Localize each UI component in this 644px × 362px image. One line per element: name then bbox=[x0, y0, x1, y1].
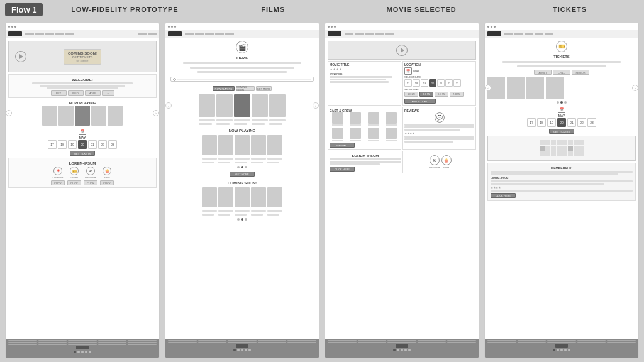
date-cell-selected[interactable]: 20 bbox=[429, 79, 436, 87]
date-cell[interactable]: 22 bbox=[445, 79, 453, 87]
date-cell[interactable]: 19 bbox=[547, 118, 556, 127]
date-cell[interactable]: 23 bbox=[108, 140, 117, 149]
footer-col bbox=[607, 340, 636, 343]
date-cell[interactable]: 17 bbox=[404, 79, 412, 87]
get-more-btn[interactable]: GET MORE bbox=[230, 172, 255, 177]
seat[interactable] bbox=[574, 146, 579, 151]
date-cell[interactable]: 23 bbox=[453, 79, 461, 87]
footer-line bbox=[228, 342, 257, 343]
seat[interactable] bbox=[574, 151, 579, 156]
ticket-type-buttons: ADULT CHILD SENIOR bbox=[487, 70, 636, 75]
icon-btn[interactable]: CLICK bbox=[100, 180, 114, 185]
ticket-btn-3[interactable]: SENIOR bbox=[572, 70, 589, 75]
date-cell[interactable]: 18 bbox=[58, 140, 67, 149]
time-btn-3[interactable]: 6:15 PM bbox=[435, 92, 448, 97]
search-input-2 bbox=[177, 79, 311, 80]
arrow-right-2[interactable]: › bbox=[313, 102, 319, 109]
view-all-cast-btn[interactable]: VIEW ALL bbox=[330, 143, 355, 148]
lorem-line bbox=[330, 161, 401, 163]
seat[interactable] bbox=[562, 151, 567, 156]
date-cell[interactable]: 22 bbox=[577, 118, 586, 127]
play-button-3[interactable] bbox=[396, 45, 408, 56]
footer-col bbox=[487, 340, 516, 343]
time-btn-4[interactable]: 7:30 PM bbox=[450, 92, 464, 97]
ticket-btn-1[interactable]: ADULT bbox=[534, 70, 552, 75]
time-btn-1[interactable]: 1:00 AM bbox=[404, 92, 418, 97]
seat[interactable] bbox=[562, 140, 567, 145]
seat[interactable] bbox=[551, 140, 556, 145]
seat[interactable] bbox=[540, 151, 545, 156]
seat[interactable] bbox=[557, 151, 562, 156]
seat[interactable] bbox=[568, 151, 573, 156]
btn-1[interactable]: BUY bbox=[51, 90, 67, 96]
dot bbox=[557, 101, 559, 104]
add-to-cart-btn[interactable]: ADD TO CART bbox=[404, 99, 436, 104]
membership-btn[interactable]: CLICK HERE bbox=[491, 193, 516, 198]
filter-btn-1[interactable]: NOW PLAYING bbox=[213, 86, 235, 91]
film-title-line bbox=[235, 158, 250, 160]
btn-2[interactable]: INFO bbox=[68, 90, 84, 96]
time-btn-2[interactable]: 3:00 PM bbox=[419, 92, 433, 97]
film-title-line bbox=[251, 162, 263, 163]
seat[interactable] bbox=[540, 140, 545, 145]
date-cell[interactable]: 21 bbox=[88, 140, 97, 149]
seat[interactable] bbox=[562, 146, 567, 151]
ticket-btn-2[interactable]: CHILD bbox=[553, 70, 570, 75]
now-playing-title-2: NOW PLAYING bbox=[168, 129, 316, 133]
play-button-1[interactable] bbox=[15, 51, 26, 62]
get-tickets-btn-4[interactable]: GET TICKETS bbox=[549, 129, 574, 134]
icon-btn[interactable]: CLICK bbox=[67, 180, 81, 185]
seat[interactable] bbox=[579, 151, 584, 156]
welcome-text-1 bbox=[32, 82, 133, 84]
arrow-left-2[interactable]: ‹ bbox=[165, 102, 172, 109]
date-cell-selected[interactable]: 20 bbox=[78, 140, 87, 149]
footer-line bbox=[518, 342, 547, 343]
icon-btn[interactable]: CLICK bbox=[84, 180, 97, 185]
seat[interactable] bbox=[579, 140, 584, 145]
icon-btn[interactable]: CLICK bbox=[51, 180, 65, 185]
arrow-right-4[interactable]: › bbox=[632, 85, 638, 91]
filter-btn-2[interactable]: COMING SOON bbox=[236, 86, 255, 91]
seat[interactable] bbox=[574, 140, 579, 145]
arrow-left-1[interactable]: ‹ bbox=[6, 110, 12, 116]
seat[interactable] bbox=[551, 151, 556, 156]
seat[interactable] bbox=[579, 146, 584, 151]
footer-dot bbox=[553, 349, 555, 351]
film-title-line bbox=[267, 158, 282, 160]
footer-dot bbox=[560, 349, 563, 351]
date-cell[interactable]: 19 bbox=[68, 140, 77, 149]
seat-map bbox=[487, 136, 636, 161]
wireframe-col-2: 🎬 FILMS NOW PLAYING COMING SOON GET MORE bbox=[165, 23, 319, 358]
seat[interactable] bbox=[551, 146, 556, 151]
arrow-right-1[interactable]: › bbox=[153, 110, 159, 116]
tickets-desc-2 bbox=[517, 65, 606, 67]
seat[interactable] bbox=[557, 140, 562, 145]
date-cell[interactable]: 18 bbox=[537, 118, 546, 127]
date-cell[interactable]: 19 bbox=[421, 79, 428, 87]
footer-col bbox=[328, 340, 357, 343]
arrow-left-4[interactable]: ‹ bbox=[485, 85, 491, 91]
date-cell[interactable]: 21 bbox=[567, 118, 576, 127]
seat[interactable] bbox=[568, 140, 573, 145]
search-bar-2[interactable] bbox=[170, 77, 314, 82]
filter-btn-3[interactable]: GET MORE bbox=[256, 86, 272, 91]
btn-3[interactable]: MORE bbox=[85, 90, 101, 96]
seat[interactable] bbox=[545, 140, 550, 145]
date-cell[interactable]: 23 bbox=[587, 118, 596, 127]
date-cell[interactable]: 17 bbox=[48, 140, 57, 149]
get-tickets-btn-1[interactable]: GET TICKETS bbox=[70, 151, 95, 156]
btn-4[interactable]: → bbox=[102, 90, 114, 96]
date-cell-selected[interactable]: 20 bbox=[557, 118, 566, 127]
seat[interactable] bbox=[545, 151, 550, 156]
footer-grid-3 bbox=[328, 340, 476, 343]
date-cell[interactable]: 17 bbox=[527, 118, 536, 127]
film-title-line bbox=[216, 123, 230, 125]
date-cell[interactable]: 22 bbox=[98, 140, 107, 149]
seat[interactable] bbox=[545, 146, 550, 151]
icon-discounts: % Discounts CLICK bbox=[84, 167, 97, 185]
date-cell[interactable]: 21 bbox=[437, 79, 445, 87]
footer-line bbox=[447, 340, 476, 341]
date-cell[interactable]: 18 bbox=[413, 79, 420, 87]
seat[interactable] bbox=[557, 146, 562, 151]
lorem-btn-3[interactable]: CLICK HERE bbox=[330, 167, 355, 172]
